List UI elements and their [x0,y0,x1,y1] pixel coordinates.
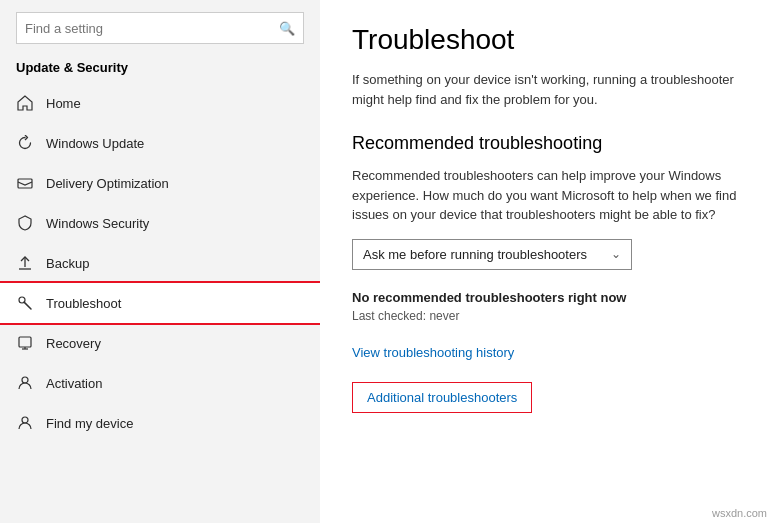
backup-icon [16,254,34,272]
main-content: Troubleshoot If something on your device… [320,0,775,523]
windows-security-icon [16,214,34,232]
sidebar-item-activation[interactable]: Activation [0,363,320,403]
sidebar-item-delivery-optimization[interactable]: Delivery Optimization [0,163,320,203]
recommended-section-title: Recommended troubleshooting [352,133,743,154]
sidebar-item-recovery-label: Recovery [46,336,101,351]
page-description: If something on your device isn't workin… [352,70,743,109]
watermark: wsxdn.com [712,507,767,519]
find-my-device-icon [16,414,34,432]
svg-line-3 [24,302,31,309]
additional-troubleshooters-button[interactable]: Additional troubleshooters [352,382,532,413]
search-input[interactable] [25,21,279,36]
sidebar-item-home[interactable]: Home [0,83,320,123]
sidebar-item-backup[interactable]: Backup [0,243,320,283]
sidebar-item-find-my-device-label: Find my device [46,416,133,431]
sidebar-item-windows-update[interactable]: Windows Update [0,123,320,163]
svg-point-8 [22,417,28,423]
sidebar-item-home-label: Home [46,96,81,111]
svg-point-7 [22,377,28,383]
sidebar-item-windows-update-label: Windows Update [46,136,144,151]
sidebar-item-delivery-optimization-label: Delivery Optimization [46,176,169,191]
app-container: 🔍 Update & Security Home Windows Update … [0,0,775,523]
recommended-section-description: Recommended troubleshooters can help imp… [352,166,743,225]
sidebar-item-recovery[interactable]: Recovery [0,323,320,363]
sidebar-item-troubleshoot[interactable]: Troubleshoot [0,283,320,323]
page-title: Troubleshoot [352,24,743,56]
last-checked-text: Last checked: never [352,309,743,323]
view-history-link[interactable]: View troubleshooting history [352,345,743,360]
sidebar-item-windows-security-label: Windows Security [46,216,149,231]
svg-rect-4 [19,337,31,347]
delivery-optimization-icon [16,174,34,192]
home-icon [16,94,34,112]
sidebar-header: Update & Security [0,54,320,83]
activation-icon [16,374,34,392]
sidebar: 🔍 Update & Security Home Windows Update … [0,0,320,523]
sidebar-item-windows-security[interactable]: Windows Security [0,203,320,243]
sidebar-item-troubleshoot-label: Troubleshoot [46,296,121,311]
search-icon: 🔍 [279,21,295,36]
sidebar-item-find-my-device[interactable]: Find my device [0,403,320,443]
sidebar-item-activation-label: Activation [46,376,102,391]
search-box[interactable]: 🔍 [16,12,304,44]
troubleshooter-preference-dropdown[interactable]: Ask me before running troubleshooters ⌄ [352,239,632,270]
windows-update-icon [16,134,34,152]
chevron-down-icon: ⌄ [611,247,621,261]
no-troubleshooters-text: No recommended troubleshooters right now [352,290,743,305]
recovery-icon [16,334,34,352]
sidebar-item-backup-label: Backup [46,256,89,271]
troubleshoot-icon [16,294,34,312]
dropdown-value: Ask me before running troubleshooters [363,247,587,262]
